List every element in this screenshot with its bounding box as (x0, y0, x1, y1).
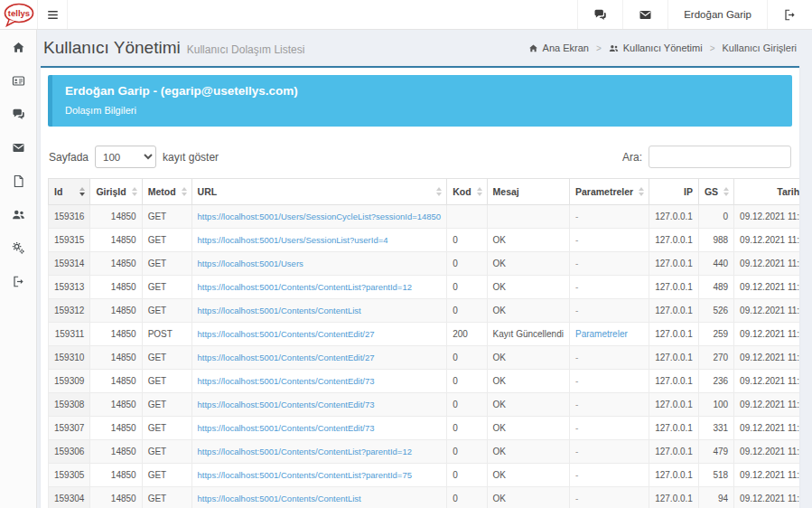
sidebar-item-home[interactable] (0, 31, 37, 64)
cell-parametreler: - (569, 487, 649, 508)
cell-text: 159306 (54, 447, 84, 456)
column-header-gs[interactable]: GS (698, 179, 733, 205)
cell-text: OK (493, 235, 506, 245)
cell-girisid: 14850 (90, 276, 142, 299)
url-link[interactable]: https://localhost:5001/Contents/ContentE… (198, 329, 375, 339)
user-info-banner: Erdoğan Garip - (egarip@usetellys.com) D… (48, 75, 792, 127)
cell-id: 159310 (49, 346, 90, 370)
cell-text: - (575, 306, 578, 315)
column-label: GirişId (96, 186, 126, 197)
table-row: 15931614850GEThttps://localhost:5001/Use… (49, 205, 800, 229)
column-label: Id (54, 186, 62, 197)
column-header-girisid[interactable]: GirişId (90, 179, 142, 205)
sidebar-item-messages[interactable] (0, 98, 37, 131)
cell-kod: 0 (447, 229, 487, 252)
url-link[interactable]: https://localhost:5001/Contents/ContentL… (198, 282, 412, 292)
cell-id: 159306 (49, 440, 90, 464)
cell-tarih: 09.12.2021 11:04 (734, 299, 799, 323)
cell-parametreler: - (569, 299, 649, 323)
topbar: tellys Erdoğan Garip (0, 0, 812, 30)
messages-button[interactable] (577, 0, 622, 29)
cell-text: 14850 (111, 259, 136, 268)
table-row: 15930514850GEThttps://localhost:5001/Con… (49, 464, 800, 487)
column-header-id[interactable]: Id (49, 179, 90, 205)
url-link[interactable]: https://localhost:5001/Users (198, 259, 303, 268)
cell-text: 159304 (54, 494, 84, 503)
breadcrumb-item-1[interactable]: Ana Ekran (528, 42, 589, 53)
cell-gs: 0 (698, 205, 733, 229)
cell-text: 0 (453, 400, 458, 409)
cell-text: GET (148, 423, 167, 433)
url-link[interactable]: https://localhost:5001/Contents/ContentE… (198, 400, 375, 409)
cell-ip: 127.0.0.1 (649, 205, 699, 229)
cell-text: 09.12.2021 11:03 (740, 400, 799, 409)
column-header-kod[interactable]: Kod (447, 179, 487, 205)
cell-text: 127.0.0.1 (655, 259, 693, 268)
sidebar (0, 30, 37, 508)
url-link[interactable]: https://localhost:5001/Contents/ContentL… (198, 494, 361, 503)
content-panel: Erdoğan Garip - (egarip@usetellys.com) D… (41, 66, 799, 508)
column-header-parametreler[interactable]: Parametreler (569, 179, 649, 205)
cell-id: 159304 (49, 487, 90, 508)
cell-gs: 440 (698, 252, 733, 276)
sidebar-item-logout[interactable] (0, 265, 37, 298)
logout-button[interactable] (767, 0, 812, 29)
search-input[interactable] (649, 146, 791, 168)
cell-ip: 127.0.0.1 (649, 252, 699, 276)
cell-girisid: 14850 (90, 393, 142, 417)
cell-text: - (575, 259, 578, 268)
url-link[interactable]: https://localhost:5001/Contents/ContentL… (198, 447, 412, 456)
url-link[interactable]: https://localhost:5001/Users/SessionList… (198, 235, 388, 245)
cell-text: - (575, 470, 578, 480)
cell-parametreler: - (569, 229, 649, 252)
cell-girisid: 14850 (90, 205, 142, 229)
brand-logo[interactable]: tellys (0, 0, 37, 29)
user-menu[interactable]: Erdoğan Garip (667, 0, 767, 29)
sort-icon (477, 187, 482, 196)
cell-text: OK (493, 353, 506, 362)
cell-url: https://localhost:5001/Contents/ContentL… (191, 440, 447, 464)
cell-text: 14850 (111, 376, 136, 386)
cell-ip: 127.0.0.1 (649, 464, 699, 487)
sidebar-item-documents[interactable] (0, 165, 37, 198)
cell-text: 0 (453, 423, 458, 433)
cell-tarih: 09.12.2021 11:04 (734, 252, 799, 276)
sidebar-item-id-card[interactable] (0, 64, 37, 98)
url-link[interactable]: https://localhost:5001/Contents/ContentL… (198, 306, 361, 315)
cell-ip: 127.0.0.1 (649, 440, 699, 464)
column-header-metod[interactable]: Metod (142, 179, 191, 205)
cell-url: https://localhost:5001/Contents/ContentE… (191, 346, 447, 370)
column-header-url[interactable]: URL (191, 179, 447, 205)
parameters-link[interactable]: Parametreler (575, 329, 628, 339)
cell-text: 988 (713, 235, 728, 245)
url-link[interactable]: https://localhost:5001/Users/SessionCycl… (198, 212, 442, 221)
cell-text: 09.12.2021 11:04 (740, 259, 799, 268)
sidebar-item-mail[interactable] (0, 131, 37, 165)
url-link[interactable]: https://localhost:5001/Contents/ContentE… (198, 376, 375, 386)
sidebar-item-users[interactable] (0, 198, 37, 231)
chat-icon (12, 107, 25, 122)
cell-text: GET (148, 306, 167, 315)
cell-id: 159316 (49, 205, 90, 229)
menu-toggle-button[interactable] (37, 0, 68, 29)
cell-text: 127.0.0.1 (655, 353, 693, 362)
mail-button[interactable] (622, 0, 667, 29)
user-name-label: Erdoğan Garip (684, 9, 751, 20)
cell-text: GET (148, 494, 167, 503)
cell-ip: 127.0.0.1 (649, 299, 699, 323)
column-header-tarih[interactable]: Tarih (734, 179, 799, 205)
file-icon (12, 174, 25, 189)
page-size-select[interactable]: 100 (95, 146, 156, 168)
breadcrumb-item-2[interactable]: Kullanıcı Yönetimi (609, 42, 703, 53)
sidebar-item-settings[interactable] (0, 231, 37, 265)
url-link[interactable]: https://localhost:5001/Contents/ContentL… (198, 470, 412, 480)
cell-text: 518 (713, 470, 728, 480)
cell-text: 0 (453, 470, 458, 480)
cell-kod: 0 (447, 440, 487, 464)
cell-parametreler: - (569, 276, 649, 299)
cell-mesaj (487, 205, 569, 229)
url-link[interactable]: https://localhost:5001/Contents/ContentE… (198, 353, 375, 362)
cell-gs: 479 (698, 440, 733, 464)
url-link[interactable]: https://localhost:5001/Contents/ContentE… (198, 423, 375, 433)
cell-ip: 127.0.0.1 (649, 346, 699, 370)
